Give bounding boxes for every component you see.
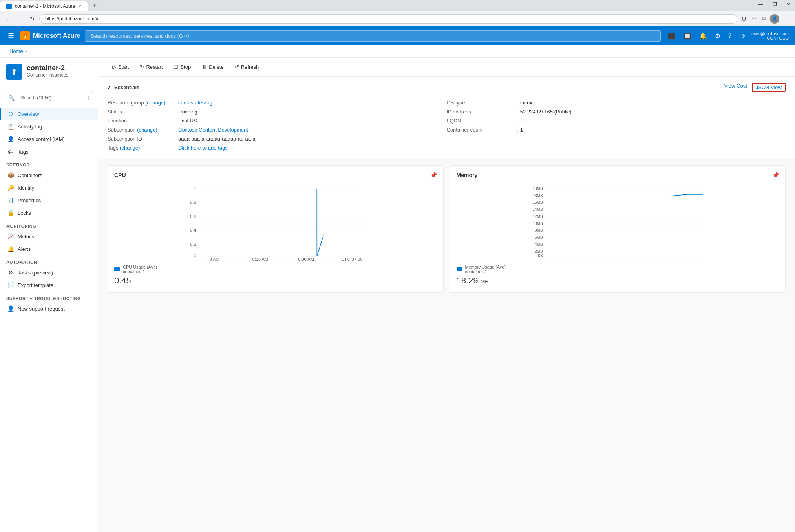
subscription-value: Contoso Content Development [178, 127, 248, 133]
browser-collections-icon[interactable]: ⧉ [760, 14, 768, 24]
tab-close-icon[interactable]: ✕ [78, 4, 81, 9]
restart-label: Restart [146, 64, 163, 70]
essentials-section: ∧ Essentials View Cost JSON View Resourc… [98, 77, 795, 159]
alerts-icon: 🔔 [7, 246, 14, 252]
cpu-chart-legend: CPU Usage (Avg)container-2 [114, 265, 437, 274]
cpu-value-number: 0.45 [114, 276, 131, 285]
ip-label: IP address [447, 109, 517, 115]
browser-profile-icon[interactable]: 👤 [770, 14, 779, 24]
rg-change-link[interactable]: (change) [145, 100, 165, 106]
sidebar-item-export-template[interactable]: 📄 Export template [0, 279, 98, 291]
resource-subtitle: Container instances [27, 72, 68, 78]
tab-bar: container-2 - Microsoft Azure ✕ + [0, 0, 795, 11]
new-tab-button[interactable]: + [89, 0, 100, 11]
sidebar-item-locks[interactable]: 🔒 Locks [0, 207, 98, 219]
close-button[interactable]: ✕ [782, 0, 795, 9]
sidebar-item-metrics[interactable]: 📈 Metrics [0, 230, 98, 243]
memory-chart-header: Memory 📌 [457, 172, 779, 178]
memory-legend-color [457, 267, 462, 271]
sidebar-item-tags[interactable]: 🏷 Tags [0, 145, 98, 158]
notifications-icon[interactable]: 🔔 [697, 30, 709, 42]
access-control-label: Access control (IAM) [18, 136, 65, 142]
sidebar-item-alerts[interactable]: 🔔 Alerts [0, 243, 98, 255]
active-tab[interactable]: container-2 - Microsoft Azure ✕ [0, 1, 88, 11]
sidebar-item-access-control[interactable]: 👤 Access control (IAM) [0, 133, 98, 145]
azure-search-input[interactable] [85, 30, 661, 42]
ip-value: : 52.224.89.165 (Public) [517, 109, 572, 115]
address-bar[interactable]: https://portal.azure.com/# [39, 14, 737, 24]
rg-link[interactable]: contoso-test-rg [178, 100, 212, 106]
subscription-link[interactable]: Contoso Content Development [178, 127, 248, 133]
browser-more-icon[interactable]: ⋯ [782, 14, 790, 24]
browser-user-icon[interactable]: U̲ [740, 14, 747, 24]
svg-text:12MB: 12MB [532, 214, 543, 219]
memory-legend-label: Memory Usage (Avg)container-2 [465, 265, 506, 274]
sidebar-item-identity[interactable]: 🔑 Identity [0, 181, 98, 194]
azure-logo-badge: 🔥 [20, 31, 30, 40]
json-view-link[interactable]: JSON View [752, 83, 786, 92]
sidebar-item-properties[interactable]: 📊 Properties [0, 194, 98, 207]
container-count-label: Container count [447, 127, 517, 133]
tags-link[interactable]: Click here to add tags [178, 145, 228, 151]
start-label: Start [118, 64, 129, 70]
feedback-icon[interactable]: ☺ [737, 30, 748, 42]
svg-text:18MB: 18MB [532, 194, 543, 198]
start-button[interactable]: ▷ Start [108, 62, 133, 72]
cloud-shell-icon[interactable]: ⬛ [665, 30, 678, 42]
resource-toolbar: ▷ Start ↻ Restart ☐ Stop 🗑 Delete ↺ Refr… [98, 58, 795, 77]
portal-settings-icon[interactable]: 🔲 [681, 30, 694, 42]
tags-value: Click here to add tags [178, 145, 228, 151]
user-account[interactable]: user@contoso.com CONTOSO [751, 31, 789, 40]
stop-button[interactable]: ☐ Stop [169, 62, 196, 72]
sidebar-collapse-button[interactable]: 《 [85, 95, 90, 101]
cpu-chart-svg: 1 0.8 0.6 0.4 0.2 0 [114, 183, 437, 261]
breadcrumb-home[interactable]: Home [9, 48, 23, 54]
azure-logo: 🔥 Microsoft Azure [20, 31, 80, 40]
refresh-button[interactable]: ↺ Refresh [230, 62, 264, 72]
resource-header: ⬆ container-2 Container instances [0, 58, 98, 88]
essentials-collapse-button[interactable]: ∧ [108, 85, 111, 90]
forward-button[interactable]: → [16, 14, 25, 24]
os-label: OS type [447, 100, 517, 106]
delete-button[interactable]: 🗑 Delete [197, 62, 228, 72]
sidebar-search-area: 🔍 《 [0, 88, 98, 108]
tags-change-link[interactable]: (change) [120, 145, 140, 151]
view-cost-link[interactable]: View Cost [724, 83, 747, 92]
metrics-icon: 📈 [7, 233, 14, 239]
back-button[interactable]: ← [5, 14, 13, 24]
restore-button[interactable]: ❐ [768, 0, 782, 9]
memory-pin-button[interactable]: 📌 [772, 172, 779, 178]
identity-icon: 🔑 [7, 185, 14, 191]
essentials-actions: View Cost JSON View [724, 83, 786, 92]
automation-section-label: Automation [0, 255, 98, 266]
export-template-icon: 📄 [7, 282, 14, 288]
restart-button[interactable]: ↻ Restart [135, 62, 167, 72]
tasks-label: Tasks (preview) [18, 270, 53, 276]
window-controls[interactable]: — ❐ ✕ [754, 0, 795, 9]
settings-icon[interactable]: ⚙ [713, 30, 723, 42]
sidebar-item-new-support[interactable]: 👤 New support request [0, 302, 98, 315]
sidebar-item-activity-log[interactable]: 📋 Activity log [0, 120, 98, 133]
reload-button[interactable]: ↻ [28, 14, 36, 24]
cpu-pin-button[interactable]: 📌 [430, 172, 437, 178]
subscription-change-link[interactable]: (change) [137, 127, 157, 133]
browser-favorites-icon[interactable]: ☆ [750, 14, 758, 24]
export-template-label: Export template [18, 282, 53, 288]
help-icon[interactable]: ? [726, 30, 734, 42]
tags-label: Tags [18, 149, 28, 155]
sidebar-search-input[interactable] [17, 93, 83, 102]
stop-label: Stop [180, 64, 191, 70]
url-text: https://portal.azure.com/# [45, 16, 98, 22]
memory-value-unit: MB [481, 278, 489, 285]
sidebar-item-overview[interactable]: ⬡ Overview [0, 108, 98, 120]
minimize-button[interactable]: — [754, 0, 768, 9]
location-value: East US [178, 118, 197, 124]
svg-text:0B: 0B [538, 254, 543, 258]
sidebar-item-tasks[interactable]: ⚙ Tasks (preview) [0, 266, 98, 279]
sidebar-item-containers[interactable]: 📦 Containers [0, 169, 98, 181]
memory-chart-legend: Memory Usage (Avg)container-2 [457, 265, 779, 274]
hamburger-menu-button[interactable]: ☰ [6, 30, 16, 42]
essentials-header: ∧ Essentials View Cost JSON View [108, 83, 786, 92]
main-content: ▷ Start ↻ Restart ☐ Stop 🗑 Delete ↺ Refr… [98, 58, 795, 532]
svg-text:6MB: 6MB [535, 235, 543, 239]
